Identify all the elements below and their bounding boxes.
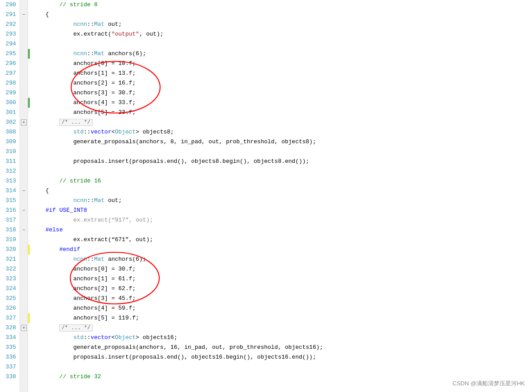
fold-minus-icon[interactable]: − — [22, 188, 25, 194]
gutter-cell — [20, 137, 28, 147]
fold-plus-icon[interactable]: + — [21, 325, 27, 331]
code-token: :: — [87, 196, 94, 206]
code-line: ncnn::Mat anchors(6); — [32, 49, 532, 59]
code-line: // stride 16 — [32, 176, 532, 186]
line-number: 312 — [2, 166, 16, 176]
gutter-cell[interactable]: − — [20, 225, 28, 235]
code-line: ex.extract("output", out); — [32, 29, 532, 39]
code-line: ex.extract(“671”, out); — [32, 235, 532, 245]
code-token: Object — [115, 333, 136, 343]
gutter-cell — [20, 303, 28, 313]
code-line: anchors[5] = 23.f; — [32, 108, 532, 117]
line-number: 300 — [2, 98, 16, 108]
code-line: anchors[4] = 59.f; — [32, 303, 532, 313]
code-line: anchors[3] = 45.f; — [32, 294, 532, 303]
code-token: "output" — [111, 29, 139, 39]
code-editor: 2902912922932942952962972982993003013023… — [0, 0, 532, 392]
code-token: :: — [87, 49, 94, 59]
gutter-cell — [20, 372, 28, 382]
code-token: proposals.insert(proposals.end(), object… — [73, 157, 310, 166]
code-token: std — [73, 127, 84, 137]
gutter-cell — [20, 88, 28, 98]
code-line — [32, 166, 532, 176]
code-token: { — [45, 186, 49, 196]
gutter-cell — [20, 284, 28, 294]
gutter-cell — [20, 255, 28, 264]
gutter-cell — [20, 49, 28, 59]
gutter: −+−−−+ — [20, 0, 28, 392]
code-line: #else — [32, 225, 532, 235]
code-token: vector — [91, 333, 112, 343]
gutter-cell[interactable]: + — [20, 117, 28, 127]
code-line: anchors[3] = 30.f; — [32, 88, 532, 98]
gutter-cell — [20, 69, 28, 78]
gutter-cell — [20, 352, 28, 362]
code-token: anchors[3] = 30.f; — [73, 88, 136, 98]
watermark: CSDN @满船清梦压星河HK — [452, 380, 525, 388]
code-line — [32, 362, 532, 372]
collapsed-indicator: /* ... */ — [59, 323, 93, 333]
code-line: anchors[4] = 33.f; — [32, 98, 532, 108]
line-number: 309 — [2, 137, 16, 147]
code-token: > — [136, 333, 139, 343]
fold-minus-icon[interactable]: − — [22, 12, 25, 17]
line-number: 302 — [2, 117, 16, 127]
line-number: 295 — [2, 49, 16, 59]
gutter-cell — [20, 313, 28, 323]
gutter-cell[interactable]: − — [20, 186, 28, 196]
code-token: { — [45, 10, 49, 20]
gutter-cell — [20, 264, 28, 274]
line-number: 338 — [2, 372, 16, 382]
line-number: 335 — [2, 343, 16, 352]
code-line: #endif — [32, 245, 532, 255]
line-number: 297 — [2, 69, 16, 78]
code-token: vector — [91, 127, 112, 137]
code-token: proposals.insert(proposals.end(), object… — [73, 352, 316, 362]
gutter-cell[interactable]: + — [20, 323, 28, 333]
fold-minus-icon[interactable]: − — [22, 227, 25, 233]
line-number: 327 — [2, 313, 16, 323]
code-line: /* ... */ — [32, 323, 532, 333]
line-number: 318 — [2, 225, 16, 235]
fold-minus-icon[interactable]: − — [22, 208, 25, 213]
code-line: anchors[0] = 30.f; — [32, 264, 532, 274]
line-number: 299 — [2, 88, 16, 98]
code-line: generate_proposals(anchors, 16, in_pad, … — [32, 343, 532, 352]
gutter-cell[interactable]: − — [20, 206, 28, 215]
code-line: anchors[5] = 119.f; — [32, 313, 532, 323]
fold-plus-icon[interactable]: + — [21, 119, 27, 125]
gutter-cell — [20, 0, 28, 10]
code-token: , out); — [139, 29, 164, 39]
line-number: 290 — [2, 0, 16, 10]
gutter-cell — [20, 29, 28, 39]
code-token: // stride 32 — [59, 372, 101, 382]
line-number: 316 — [2, 206, 16, 215]
gutter-cell — [20, 127, 28, 137]
gutter-cell — [20, 39, 28, 49]
gutter-cell — [20, 333, 28, 343]
collapsed-indicator: /* ... */ — [59, 117, 93, 127]
code-token: > — [136, 127, 139, 137]
code-token: #endif — [59, 245, 80, 255]
gutter-cell — [20, 235, 28, 245]
code-token: #else — [45, 225, 63, 235]
code-token: generate_proposals(anchors, 8, in_pad, o… — [73, 137, 316, 147]
code-token: std — [73, 333, 84, 343]
code-line: anchors[0] = 10.f; — [32, 59, 532, 69]
code-line: { — [32, 10, 532, 20]
code-token: ex.extract(“671”, out); — [73, 235, 153, 245]
code-line — [32, 147, 532, 157]
code-line: proposals.insert(proposals.end(), object… — [32, 352, 532, 362]
line-number: 315 — [2, 196, 16, 206]
line-number: 313 — [2, 176, 16, 186]
code-token: anchors[4] = 33.f; — [73, 98, 136, 108]
code-token: // stride 8 — [59, 0, 97, 10]
gutter-cell[interactable]: − — [20, 10, 28, 20]
code-line: ncnn::Mat out; — [32, 20, 532, 29]
code-token: anchors[3] = 45.f; — [73, 294, 136, 303]
code-token: anchors(6); — [105, 255, 146, 264]
code-token: objects16; — [139, 333, 177, 343]
gutter-cell — [20, 294, 28, 303]
gutter-cell — [20, 343, 28, 352]
code-token: ex.extract( — [73, 29, 112, 39]
